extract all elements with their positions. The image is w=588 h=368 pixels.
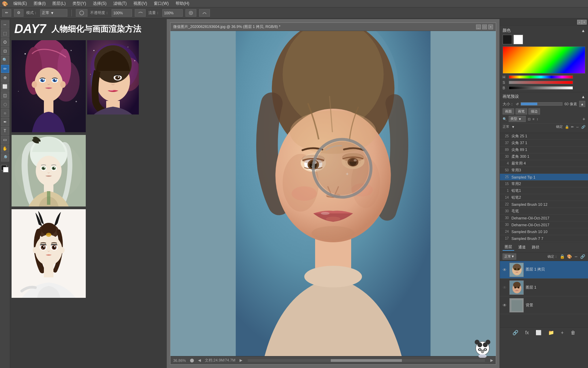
brush-preset-item[interactable]: 30 毛笔 xyxy=(500,208,588,215)
brush-add-btn[interactable]: + xyxy=(583,116,585,122)
layer-item[interactable]: 👁 背景 xyxy=(500,296,588,314)
hue-slider[interactable] xyxy=(509,75,573,79)
brightness-slider[interactable] xyxy=(509,86,573,90)
new-group-btn[interactable]: 📁 xyxy=(546,329,556,336)
ref-image-3[interactable] xyxy=(12,135,86,206)
minimize-button[interactable]: _ xyxy=(476,25,481,29)
lock-layer-icon[interactable]: 🔒 xyxy=(560,254,565,259)
brush-view-btn-1[interactable]: ⊡ xyxy=(528,117,530,121)
eyedropper-tool[interactable]: 🔍 xyxy=(1,56,9,64)
layer-mode-select[interactable]: 正常▼ xyxy=(503,254,516,260)
mode-dropdown[interactable]: 正常 ▼ xyxy=(40,9,67,17)
ref-image-4[interactable] xyxy=(12,209,86,298)
clone-tool[interactable]: ⊕ xyxy=(1,74,9,82)
brush-tool[interactable]: ✏ xyxy=(1,65,9,73)
layer-tab-layers[interactable]: 图层 xyxy=(503,244,514,251)
shape-tool[interactable]: ▭ xyxy=(1,136,9,144)
maximize-button[interactable]: □ xyxy=(482,25,487,29)
select-tool[interactable]: ⬚ xyxy=(1,29,9,37)
brush-size-slider[interactable] xyxy=(521,102,562,106)
add-mask-btn[interactable]: ⬜ xyxy=(534,329,543,336)
brush-type-dropdown[interactable]: 类型▼ xyxy=(509,116,526,122)
pen-tool[interactable]: ✒ xyxy=(1,118,9,126)
opacity-dropdown[interactable]: 100% xyxy=(112,9,132,17)
new-layer-btn[interactable]: + xyxy=(559,329,566,336)
canvas-scroll-right[interactable]: ▶ xyxy=(490,358,493,363)
brush-preset-item[interactable]: 25 Sampled Tip 1 xyxy=(500,174,588,181)
nav-next[interactable]: ▶ xyxy=(240,358,242,363)
brush-tab-2[interactable]: 画笔 xyxy=(516,108,527,114)
link-layer-icon[interactable]: 🔗 xyxy=(580,254,585,259)
smoothing-btn[interactable] xyxy=(199,9,210,17)
layer-tab-paths[interactable]: 路径 xyxy=(530,244,541,250)
brush-preset-item[interactable]: 24 Sampled Brush 10 10 xyxy=(500,228,588,235)
crop-tool[interactable]: ⊡ xyxy=(1,47,9,55)
move-tool[interactable]: ↔ xyxy=(1,20,9,29)
color-collapse-btn[interactable]: ▲ xyxy=(581,28,585,33)
brush-preset-item[interactable]: 4 最常用 4 xyxy=(500,160,588,167)
menu-type[interactable]: 类型(Y) xyxy=(71,0,87,7)
menu-layer[interactable]: 图层(L) xyxy=(51,0,67,7)
ref-image-2[interactable] xyxy=(87,40,139,114)
blur-tool[interactable]: ◌ xyxy=(1,100,9,108)
mode-dropdown-arrow[interactable]: ▼ xyxy=(511,125,515,129)
brush-reset-icon[interactable]: ↺ xyxy=(516,102,519,106)
lasso-tool[interactable]: ʘ xyxy=(1,38,9,46)
brush-preset-item[interactable]: 30 柔角 300 1 xyxy=(500,153,588,160)
layer-tab-channels[interactable]: 通道 xyxy=(516,244,528,250)
brush-preset-item[interactable]: 37 尖角 37 1 xyxy=(500,140,588,147)
opacity-pressure-btn[interactable] xyxy=(135,9,146,17)
layer-visibility-toggle[interactable]: 👁 xyxy=(502,303,507,308)
panel-collapse-btn[interactable]: « xyxy=(577,20,582,25)
brush-sort-btn[interactable]: ↕ xyxy=(537,117,538,121)
text-tool[interactable]: T xyxy=(1,127,9,135)
menu-edit[interactable]: 编辑(E) xyxy=(12,0,28,7)
brush-options-btn[interactable]: ⚙ xyxy=(14,9,23,17)
layer-item[interactable]: 👁 图层 1 xyxy=(500,279,588,296)
brush-preset-item[interactable]: 15 常用2 xyxy=(500,181,588,187)
dodge-tool[interactable]: ○ xyxy=(1,109,9,117)
panel-menu-btn[interactable]: ≡ xyxy=(582,20,587,25)
brush-preset-item[interactable]: 17 Sampled Brush 7 7 xyxy=(500,235,588,242)
menu-view[interactable]: 视图(V) xyxy=(132,0,148,7)
menu-filter[interactable]: 滤镜(T) xyxy=(112,0,128,7)
menu-help[interactable]: 帮助(H) xyxy=(174,0,191,7)
brush-preset-item[interactable]: 22 Sampled Brush 10 12 xyxy=(500,201,588,208)
brush-tab-3[interactable]: 描边 xyxy=(528,108,540,114)
airbrush-btn[interactable] xyxy=(185,9,196,17)
brush-collapse-btn[interactable]: ▲ xyxy=(581,94,585,99)
brush-tab-1[interactable]: 画面 xyxy=(503,108,514,114)
saturation-slider[interactable] xyxy=(509,81,573,84)
brush-preset-item[interactable]: 50 常用3 xyxy=(500,167,588,174)
ref-image-1[interactable] xyxy=(12,40,86,132)
foreground-color[interactable] xyxy=(1,165,9,173)
layer-item[interactable]: 👁 图层 1 拷贝 xyxy=(500,261,588,279)
brush-size-increment-btn[interactable]: ▲ xyxy=(579,101,585,107)
gradient-tool[interactable]: ◫ xyxy=(1,91,9,99)
flow-dropdown[interactable]: 100% xyxy=(162,9,183,17)
brush-preset-item[interactable]: 30 Deharme-Oil-Oct-2017 xyxy=(500,221,588,228)
color-picker-gradient[interactable] xyxy=(503,46,585,74)
zoom-tool[interactable]: 🔎 xyxy=(1,153,9,162)
menu-image[interactable]: 图像(I) xyxy=(32,0,47,7)
brush-preset-item[interactable]: 30 Deharme-Oil-Oct-2017 xyxy=(500,215,588,221)
brush-preset-item[interactable]: 25 尖角 25 1 xyxy=(500,133,588,140)
layer-visibility-toggle[interactable]: 👁 xyxy=(502,267,507,273)
layer-visibility-toggle[interactable]: 👁 xyxy=(502,285,507,290)
menu-window[interactable]: 窗口(W) xyxy=(152,0,170,7)
brush-preset-item[interactable]: 14 铅笔2 xyxy=(500,194,588,201)
close-button[interactable]: × xyxy=(488,25,493,29)
brush-view-btn-2[interactable]: ≡ xyxy=(533,117,535,121)
delete-layer-btn[interactable]: 🗑 xyxy=(569,329,577,336)
link-layers-btn[interactable]: 🔗 xyxy=(510,329,520,336)
brush-preset-item[interactable]: 1 铅笔1 xyxy=(500,187,588,194)
move-layer-icon[interactable]: ↔ xyxy=(574,254,578,259)
nav-prev[interactable]: ◀ xyxy=(198,358,201,363)
brush-tool-btn[interactable]: ✏ xyxy=(2,9,11,17)
toggle-pressure-btn[interactable] xyxy=(76,9,87,17)
paint-layer-icon[interactable]: 🎨 xyxy=(567,254,572,259)
foreground-color-swatch[interactable] xyxy=(503,35,512,44)
brush-preset-item[interactable]: 89 尖角 89 1 xyxy=(500,147,588,153)
eraser-tool[interactable]: ⬜ xyxy=(1,82,9,91)
add-style-btn[interactable]: fx xyxy=(523,329,531,336)
